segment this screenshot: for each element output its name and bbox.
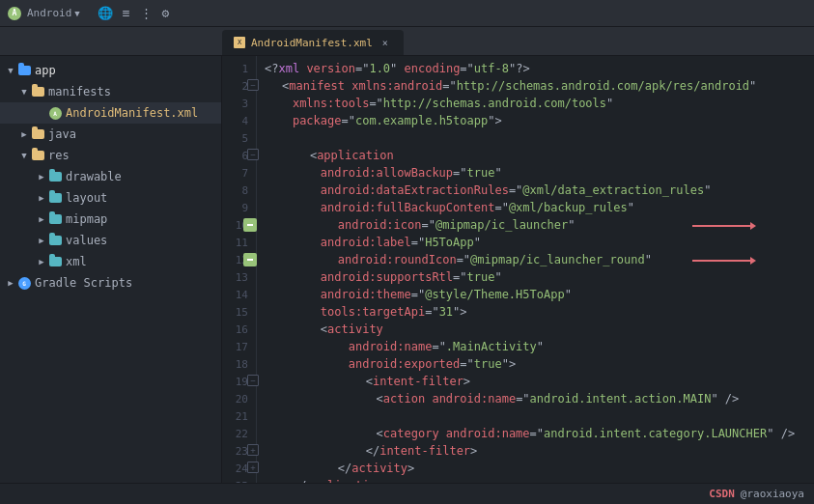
list-icon[interactable]: ≡	[123, 6, 130, 20]
line-num-18: 18	[222, 355, 256, 373]
line-num-5: 5	[222, 129, 256, 147]
fold-indicator-19[interactable]: −	[247, 375, 259, 386]
line-num-1: 1	[222, 60, 256, 77]
sidebar-item-app[interactable]: ▼ app	[0, 60, 221, 81]
code-line-4: package="com.example.h5toapp">	[265, 112, 814, 129]
expand-arrow-icon: ▶	[35, 170, 48, 183]
code-line-13: android:supportsRtl="true"	[265, 268, 814, 286]
layout-folder-icon	[48, 191, 62, 205]
code-line-15: tools:targetApi="31">	[265, 303, 814, 321]
expand-arrow-icon: ▼	[4, 64, 17, 77]
line-num-13: 13	[222, 268, 256, 286]
line-num-3: 3	[222, 95, 256, 112]
gradle-icon: G	[17, 276, 31, 290]
code-content[interactable]: 1 2 3 4 5 6 7 8 9 10 11 12 13 14 15 16 1…	[222, 56, 814, 483]
line-num-7: 7	[222, 164, 256, 182]
line-num-14: 14	[222, 286, 256, 303]
project-name: Android	[27, 7, 71, 19]
code-editor: 1 2 3 4 5 6 7 8 9 10 11 12 13 14 15 16 1…	[222, 56, 814, 483]
code-line-2: − <manifest xmlns:android="http://schema…	[265, 77, 814, 95]
line-num-20: 20	[222, 390, 256, 407]
tab-androidmanifest[interactable]: X AndroidManifest.xml ×	[222, 30, 404, 55]
code-line-7: android:allowBackup="true"	[265, 164, 814, 182]
code-line-20: <action android:name="android.intent.act…	[265, 390, 814, 407]
sidebar-item-mipmap[interactable]: ▶ mipmap	[0, 209, 221, 230]
sidebar-label-androidmanifest: AndroidManifest.xml	[66, 106, 198, 120]
sidebar-item-res[interactable]: ▼ res	[0, 145, 221, 166]
code-line-17: android:name=".MainActivity"	[265, 338, 814, 355]
tab-bar: X AndroidManifest.xml ×	[0, 27, 814, 56]
line-num-17: 17	[222, 338, 256, 355]
sidebar-item-java[interactable]: ▶ java	[0, 124, 221, 145]
code-line-18: android:exported="true">	[265, 355, 814, 373]
expand-arrow-icon: ▶	[35, 255, 48, 268]
code-line-1: <?xml version="1.0" encoding="utf-8"?>	[265, 60, 814, 77]
fold-indicator-23[interactable]: +	[247, 444, 259, 456]
expand-arrow-icon: ▶	[35, 234, 48, 247]
java-folder-icon	[31, 127, 44, 141]
menu-icon[interactable]: ⋮	[140, 6, 153, 20]
expand-arrow-icon: ▶	[4, 276, 17, 290]
android-icon: A	[8, 7, 21, 20]
code-line-21	[265, 407, 814, 425]
sidebar-label-values: values	[66, 234, 107, 247]
sidebar-item-androidmanifest[interactable]: ▶ A AndroidManifest.xml	[0, 102, 221, 124]
expand-arrow-icon: ▶	[17, 127, 31, 141]
code-line-6: − <application	[265, 147, 814, 164]
bookmark-icon-12	[243, 253, 257, 266]
title-bar-icons: 🌐 ≡ ⋮ ⚙	[98, 6, 170, 20]
fold-indicator-2[interactable]: −	[247, 79, 259, 91]
sidebar-item-layout[interactable]: ▶ layout	[0, 187, 221, 209]
sidebar-label-app: app	[35, 64, 56, 77]
code-line-10: android:icon="@mipmap/ic_launcher"	[265, 216, 814, 234]
sidebar-label-drawable: drawable	[66, 170, 122, 183]
globe-icon[interactable]: 🌐	[98, 6, 113, 20]
bottom-brand: CSDN @raoxiaoya	[709, 488, 804, 500]
fold-indicator-6[interactable]: −	[247, 149, 259, 160]
handle-label: @raoxiaoya	[741, 488, 804, 500]
code-line-8: android:dataExtractionRules="@xml/data_e…	[265, 182, 814, 199]
line-num-4: 4	[222, 112, 256, 129]
sidebar-label-java: java	[48, 127, 76, 141]
values-folder-icon	[48, 234, 62, 247]
line-num-15: 15	[222, 303, 256, 321]
code-line-19: − <intent-filter>	[265, 373, 814, 390]
code-line-11: android:label="H5ToApp"	[265, 234, 814, 251]
sidebar-item-xml[interactable]: ▶ xml	[0, 251, 221, 272]
sidebar-label-res: res	[48, 149, 70, 162]
bottom-bar: CSDN @raoxiaoya	[0, 483, 814, 504]
code-line-9: android:fullBackupContent="@xml/backup_r…	[265, 199, 814, 216]
xml-tab-icon: X	[234, 37, 245, 48]
title-bar: A Android ▼ 🌐 ≡ ⋮ ⚙	[0, 0, 814, 27]
tab-close-button[interactable]: ×	[379, 36, 392, 49]
gear-icon[interactable]: ⚙	[162, 6, 170, 20]
sidebar-label-mipmap: mipmap	[66, 212, 107, 226]
app-folder-icon	[17, 64, 31, 77]
line-numbers: 1 2 3 4 5 6 7 8 9 10 11 12 13 14 15 16 1…	[222, 56, 257, 483]
line-num-16: 16	[222, 321, 256, 338]
code-line-16: <activity	[265, 321, 814, 338]
project-dropdown[interactable]: Android ▼	[27, 7, 80, 19]
sidebar-label-layout: layout	[66, 191, 107, 205]
mipmap-folder-icon	[48, 212, 62, 226]
arrow-indicator-12	[692, 257, 756, 265]
line-num-21: 21	[222, 407, 256, 425]
sidebar-item-manifests[interactable]: ▼ manifests	[0, 81, 221, 102]
expand-arrow-icon: ▼	[17, 85, 31, 98]
res-folder-icon	[31, 149, 44, 162]
line-num-8: 8	[222, 182, 256, 199]
line-num-9: 9	[222, 199, 256, 216]
fold-indicator-24[interactable]: +	[247, 462, 259, 473]
sidebar-label-xml: xml	[66, 255, 87, 268]
sidebar-item-values[interactable]: ▶ values	[0, 230, 221, 251]
code-line-23: + </intent-filter>	[265, 442, 814, 460]
arrow-indicator-10	[692, 222, 756, 230]
code-line-24: + </activity>	[265, 460, 814, 477]
expand-arrow-icon: ▶	[35, 191, 48, 205]
code-line-5	[265, 129, 814, 147]
sidebar-item-drawable[interactable]: ▶ drawable	[0, 166, 221, 187]
main-area: ▼ app ▼ manifests ▶ A AndroidManifest.xm…	[0, 56, 814, 483]
sidebar-item-gradle[interactable]: ▶ G Gradle Scripts	[0, 272, 221, 294]
csdn-label: CSDN	[709, 488, 735, 500]
androidmanifest-file-icon: A	[48, 106, 62, 120]
